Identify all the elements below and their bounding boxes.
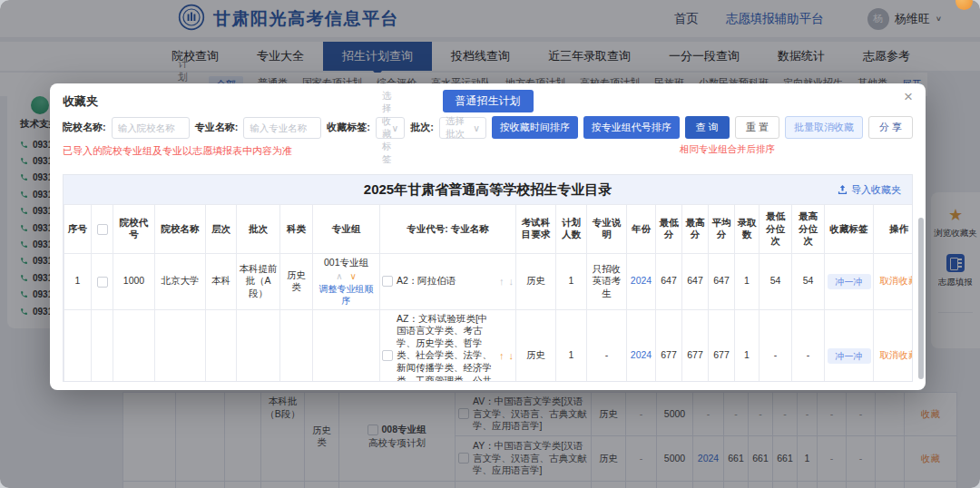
note-row: 已导入的院校专业组及专业以志愿填报表中内容为准 相同专业组合并后排序 — [50, 139, 926, 159]
table-cell: 取消收藏 — [874, 253, 914, 309]
col-header: 操作 — [874, 205, 914, 254]
year-link[interactable]: 2024 — [631, 275, 652, 286]
table-cell: 北京大学 — [155, 309, 206, 382]
chevron-down-icon: ∨ — [473, 122, 480, 133]
table-cell: 冲一冲 — [825, 309, 874, 382]
table-cell: 2024 — [627, 309, 656, 382]
col-header: 序号 — [64, 205, 92, 254]
adjust-group-order-link[interactable]: 调整专业组顺序 — [315, 283, 377, 307]
col-header: 院校代号 — [113, 205, 155, 254]
col-header: 科类 — [280, 205, 313, 254]
col-header: 最低分 — [656, 205, 682, 254]
sort-note: 相同专业组合并后排序 — [680, 143, 775, 156]
col-header: 专业组 — [313, 205, 380, 254]
table-cell: 1 — [735, 253, 760, 309]
strategy-tag: 冲一冲 — [828, 274, 871, 289]
move-major-up-icon[interactable]: ↑ — [499, 349, 505, 362]
move-group-up-icon[interactable]: ∧ — [336, 270, 342, 282]
table-cell: 54 — [760, 253, 792, 309]
table-title: 2025年甘肃省普通高等学校招生专业目录 — [364, 181, 612, 199]
sort-by-group-button[interactable]: 按专业组代号排序 — [583, 116, 680, 139]
table-cell: - — [792, 309, 825, 382]
table-cell: 本科提前批（A段） — [237, 253, 280, 309]
filter-row: 院校名称: 专业名称: 收藏标签: 选择收藏标签∨ 批次: 选择批次∨ 按收藏时… — [50, 111, 926, 139]
close-icon[interactable]: × — [904, 89, 913, 104]
col-header: 收藏标签 — [825, 205, 874, 254]
table-cell: 54 — [792, 253, 825, 309]
col-header: 最高分位次 — [792, 205, 825, 254]
table-cell: 011专业组∧∨调整专业组顺序 — [313, 309, 380, 382]
search-button[interactable]: 查 询 — [685, 116, 730, 139]
table-scrollbar[interactable] — [918, 218, 924, 379]
move-major-down-icon[interactable]: ↓ — [509, 275, 514, 288]
table-cell: 只招收英语考生 — [587, 253, 627, 309]
table-title-bar: 2025年甘肃省普通高等学校招生专业目录 导入收藏夹 — [64, 175, 912, 204]
import-favorites-link[interactable]: 导入收藏夹 — [838, 183, 901, 197]
table-cell: - — [587, 309, 627, 382]
select-all-checkbox[interactable] — [97, 224, 108, 235]
table-cell — [92, 309, 113, 382]
group-checkbox[interactable] — [97, 277, 108, 288]
import-icon — [838, 185, 848, 195]
major-checkbox[interactable] — [382, 276, 393, 287]
cancel-favorite-link[interactable]: 取消收藏 — [880, 275, 914, 286]
sort-by-time-button[interactable]: 按收藏时间排序 — [492, 116, 578, 139]
move-group-down-icon[interactable]: ∨ — [350, 270, 357, 282]
share-button[interactable]: 分 享 — [868, 116, 913, 139]
favorites-table: 序号院校代号院校名称层次批次科类专业组专业代号: 专业名称考试科目要求计划人数专… — [64, 204, 913, 382]
table-row: 21000北京大学本科本科批（C段）历史类011专业组∧∨调整专业组顺序AZ：文… — [64, 309, 914, 382]
col-header: 平均分 — [709, 205, 735, 254]
move-major-up-icon[interactable]: ↑ — [499, 275, 505, 288]
col-header: 年份 — [627, 205, 656, 254]
major-name: AZ：文科试验班类[中国语言文学类、考古学、历史学类、哲学类、社会学类、法学、新… — [397, 313, 495, 382]
table-cell: 北京大学 — [155, 253, 206, 309]
batch-cancel-button[interactable]: 批量取消收藏 — [785, 116, 863, 139]
table-row: 11000北京大学本科本科提前批（A段）历史类001专业组∧∨调整专业组顺序A2… — [64, 253, 914, 309]
plan-type-button[interactable]: 普通招生计划 — [443, 90, 534, 112]
table-cell: 取消收藏 — [874, 309, 914, 382]
tag-select[interactable]: 选择收藏标签∨ — [376, 117, 405, 139]
table-cell: 历史 — [516, 253, 556, 309]
col-header: 批次 — [237, 205, 280, 254]
table-cell: 2 — [64, 309, 92, 382]
chevron-down-icon: ∨ — [392, 122, 399, 133]
year-link[interactable]: 2024 — [631, 349, 652, 360]
table-cell: - — [760, 309, 792, 382]
cancel-favorite-link[interactable]: 取消收藏 — [880, 349, 914, 360]
table-cell: 2024 — [627, 253, 656, 309]
table-cell — [92, 253, 113, 309]
table-cell: 本科 — [206, 309, 237, 382]
col-header: 院校名称 — [155, 205, 206, 254]
school-name-label: 院校名称: — [63, 121, 106, 134]
table-cell: 本科批（C段） — [237, 309, 280, 382]
col-header — [92, 205, 113, 254]
col-header: 最高分 — [682, 205, 709, 254]
table-cell: 1 — [64, 253, 92, 309]
tag-label: 收藏标签: — [327, 121, 370, 134]
col-header: 录取数 — [735, 205, 760, 254]
major-name-input[interactable] — [243, 117, 321, 139]
table-cell: 1 — [556, 309, 587, 382]
modal-header: 收藏夹 普通招生计划 × — [50, 83, 926, 111]
col-header: 计划人数 — [556, 205, 587, 254]
col-header: 专业代号: 专业名称 — [380, 205, 516, 254]
table-cell: 历史 — [516, 309, 556, 382]
batch-label: 批次: — [410, 121, 434, 134]
table-cell: 677 — [656, 309, 682, 382]
favorites-modal: 收藏夹 普通招生计划 × 院校名称: 专业名称: 收藏标签: 选择收藏标签∨ 批… — [50, 83, 926, 390]
table-cell: AZ：文科试验班类[中国语言文学类、考古学、历史学类、哲学类、社会学类、法学、新… — [380, 309, 516, 382]
major-checkbox[interactable] — [382, 350, 393, 361]
table-cell: A2：阿拉伯语↑↓ — [380, 253, 516, 309]
reset-button[interactable]: 重 置 — [735, 116, 779, 139]
app-window: 甘肃阳光高考信息平台 首页 志愿填报辅助平台 杨 杨维旺 ∨ 院校查询专业大全招… — [0, 0, 980, 488]
table-cell: 1000 — [113, 253, 155, 309]
table-cell: 1 — [556, 253, 587, 309]
modal-title: 收藏夹 — [63, 94, 98, 108]
school-name-input[interactable] — [112, 117, 190, 139]
major-group-name: 001专业组 — [324, 257, 368, 269]
move-major-down-icon[interactable]: ↓ — [509, 349, 514, 362]
table-cell: 647 — [709, 253, 735, 309]
col-header: 层次 — [206, 205, 237, 254]
major-name-label: 专业名称: — [195, 121, 239, 134]
batch-select[interactable]: 选择批次∨ — [439, 117, 486, 139]
